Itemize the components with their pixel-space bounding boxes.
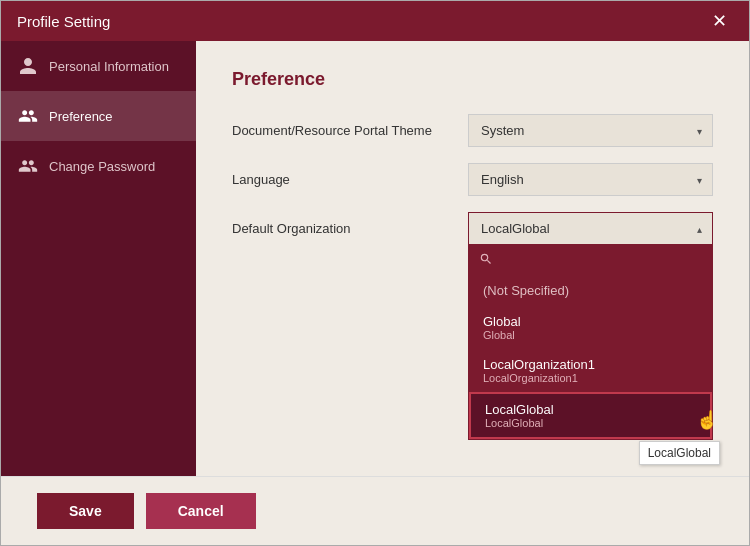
theme-label: Document/Resource Portal Theme [232, 123, 452, 138]
dialog-header: Profile Setting ✕ [1, 1, 749, 41]
dialog-footer: Save Cancel [1, 476, 749, 545]
profile-setting-dialog: Profile Setting ✕ Personal Information P… [0, 0, 750, 546]
org-dropdown-container: LocalGlobal ▴ (Not Specified) [468, 212, 713, 245]
sidebar-item-preference[interactable]: Preference [1, 91, 196, 141]
theme-value: System [481, 123, 524, 138]
cancel-button[interactable]: Cancel [146, 493, 256, 529]
language-dropdown-container: English ▾ [468, 163, 713, 196]
theme-row: Document/Resource Portal Theme System ▾ [232, 114, 713, 147]
sidebar-label-preference: Preference [49, 109, 113, 124]
org-label: Default Organization [232, 221, 452, 236]
sidebar-label-personal-info: Personal Information [49, 59, 169, 74]
theme-select[interactable]: System ▾ [468, 114, 713, 147]
org-search-icon [479, 252, 493, 269]
sidebar-item-change-password[interactable]: Change Password [1, 141, 196, 191]
org-option-not-specified-main: (Not Specified) [483, 283, 698, 298]
language-value: English [481, 172, 524, 187]
org-option-global-sub: Global [483, 329, 698, 341]
dialog-title: Profile Setting [17, 13, 110, 30]
org-option-local-global[interactable]: LocalGlobal LocalGlobal ☝ LocalGlobal [469, 392, 712, 439]
org-option-global[interactable]: Global Global [469, 306, 712, 349]
org-value: LocalGlobal [481, 221, 550, 236]
org-tooltip: LocalGlobal [639, 441, 720, 465]
language-row: Language English ▾ [232, 163, 713, 196]
org-option-local-global-main: LocalGlobal [485, 402, 696, 417]
org-row: Default Organization LocalGlobal ▴ [232, 212, 713, 245]
org-option-local-org-1-sub: LocalOrganization1 [483, 372, 698, 384]
main-content: Preference Document/Resource Portal Them… [196, 41, 749, 476]
sidebar-item-personal-information[interactable]: Personal Information [1, 41, 196, 91]
org-option-local-global-sub: LocalGlobal [485, 417, 696, 429]
language-label: Language [232, 172, 452, 187]
org-option-not-specified[interactable]: (Not Specified) [469, 275, 712, 306]
theme-dropdown-container: System ▾ [468, 114, 713, 147]
org-option-local-org-1[interactable]: LocalOrganization1 LocalOrganization1 [469, 349, 712, 392]
change-password-icon [17, 155, 39, 177]
language-select[interactable]: English ▾ [468, 163, 713, 196]
org-search-bar [469, 246, 712, 275]
preference-icon [17, 105, 39, 127]
person-icon [17, 55, 39, 77]
org-select[interactable]: LocalGlobal ▴ [468, 212, 713, 245]
cursor-pointer-icon: ☝ [696, 409, 718, 431]
section-title: Preference [232, 69, 713, 90]
sidebar: Personal Information Preference Change P… [1, 41, 196, 476]
org-option-local-org-1-main: LocalOrganization1 [483, 357, 698, 372]
org-search-input[interactable] [499, 253, 702, 268]
language-chevron-down-icon: ▾ [697, 174, 702, 185]
sidebar-label-change-password: Change Password [49, 159, 155, 174]
theme-chevron-down-icon: ▾ [697, 125, 702, 136]
save-button[interactable]: Save [37, 493, 134, 529]
org-dropdown-panel: (Not Specified) Global Global LocalOrgan… [468, 245, 713, 440]
dialog-body: Personal Information Preference Change P… [1, 41, 749, 476]
close-button[interactable]: ✕ [706, 10, 733, 32]
org-option-global-main: Global [483, 314, 698, 329]
org-chevron-up-icon: ▴ [697, 223, 702, 234]
